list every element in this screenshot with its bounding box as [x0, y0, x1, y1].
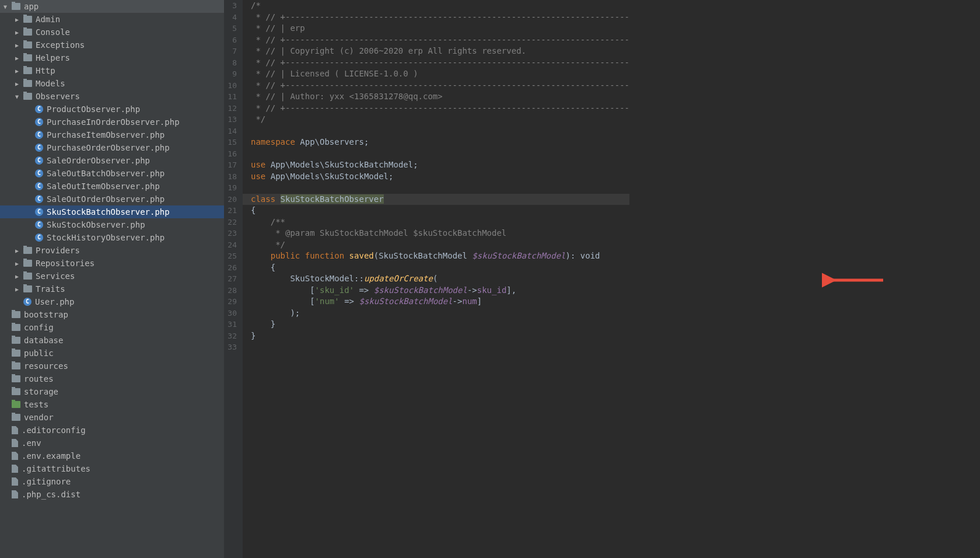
tree-item--env[interactable]: .env — [0, 437, 224, 449]
tree-item-database[interactable]: database — [0, 334, 224, 347]
code-line[interactable]: use App\Models\SkuStockBatchModel; — [251, 159, 629, 171]
line-number: 14 — [226, 125, 237, 137]
code-line[interactable]: } — [251, 319, 629, 330]
tree-item-public[interactable]: public — [0, 347, 224, 360]
tree-item-admin[interactable]: Admin — [0, 13, 224, 26]
project-sidebar[interactable]: appAdminConsoleExceptionsHelpersHttpMode… — [0, 0, 224, 558]
tree-item-resources[interactable]: resources — [0, 360, 224, 372]
tree-item-label: SaleOutItemObserver.php — [47, 182, 160, 191]
tree-item--gitattributes[interactable]: .gitattributes — [0, 462, 224, 475]
token-tk-comment: /** — [271, 217, 285, 226]
code-line[interactable]: } — [251, 330, 629, 342]
tree-item--php-cs-dist[interactable]: .php_cs.dist — [0, 488, 224, 501]
tree-arrow-icon[interactable] — [15, 16, 21, 23]
tree-arrow-icon[interactable] — [15, 68, 21, 74]
tree-arrow-icon[interactable] — [15, 29, 21, 36]
tree-item-productobserver-php[interactable]: ProductObserver.php — [0, 103, 224, 116]
tree-item-bootstrap[interactable]: bootstrap — [0, 308, 224, 321]
tree-item-helpers[interactable]: Helpers — [0, 51, 224, 64]
code-line[interactable]: * @param SkuStockBatchModel $skuStockBat… — [251, 228, 629, 239]
tree-item-app[interactable]: app — [0, 0, 224, 13]
tree-item-label: bootstrap — [24, 310, 68, 319]
tree-item--env-example[interactable]: .env.example — [0, 449, 224, 462]
code-line[interactable]: * // | Author: yxx <1365831278@qq.com> — [251, 91, 629, 103]
token-tk-type: void — [580, 251, 600, 260]
file-icon — [12, 465, 18, 473]
code-line[interactable]: SkuStockModel::updateOrCreate( — [251, 273, 629, 285]
tree-arrow-icon[interactable] — [4, 4, 9, 10]
code-line[interactable]: ); — [251, 308, 629, 319]
tree-item-purchaseorderobserver-php[interactable]: PurchaseOrderObserver.php — [0, 141, 224, 154]
token-tk-comment: * // +----------------------------------… — [251, 58, 629, 67]
tree-item-repositories[interactable]: Repositories — [0, 257, 224, 270]
code-line[interactable] — [251, 182, 629, 194]
editor-code[interactable]: /* * // +-------------------------------… — [243, 0, 629, 558]
token-tk-var: $skuStockBatchModel — [374, 285, 467, 295]
tree-item-label: PurchaseOrderObserver.php — [47, 143, 170, 152]
code-line[interactable]: public function saved(SkuStockBatchModel… — [251, 250, 629, 262]
code-line[interactable] — [251, 148, 629, 160]
tree-item-purchaseitemobserver-php[interactable]: PurchaseItemObserver.php — [0, 128, 224, 141]
code-line[interactable]: * // +----------------------------------… — [251, 12, 629, 23]
code-line[interactable]: use App\Models\SkuStockModel; — [251, 171, 629, 183]
tree-item-routes[interactable]: routes — [0, 372, 224, 385]
tree-item-exceptions[interactable]: Exceptions — [0, 39, 224, 51]
tree-item-tests[interactable]: tests — [0, 398, 224, 411]
tree-item-saleorderobserver-php[interactable]: SaleOrderObserver.php — [0, 154, 224, 167]
tree-item-config[interactable]: config — [0, 321, 224, 334]
tree-arrow-icon[interactable] — [15, 286, 21, 292]
code-line[interactable]: * // | erp — [251, 23, 629, 34]
code-line[interactable] — [251, 341, 629, 353]
line-number: 6 — [226, 34, 237, 46]
code-line[interactable]: * // +----------------------------------… — [251, 80, 629, 92]
tree-item-services[interactable]: Services — [0, 270, 224, 283]
tree-item-skustockobserver-php[interactable]: SkuStockObserver.php — [0, 218, 224, 231]
tree-item-label: Traits — [36, 284, 65, 294]
tree-arrow-icon[interactable] — [15, 260, 21, 267]
tree-arrow-icon[interactable] — [15, 93, 21, 100]
tree-item-saleoutitemobserver-php[interactable]: SaleOutItemObserver.php — [0, 180, 224, 193]
code-line[interactable]: { — [251, 205, 629, 217]
tree-arrow-icon[interactable] — [15, 42, 21, 48]
class-icon — [35, 195, 43, 203]
code-line[interactable]: * // +----------------------------------… — [251, 57, 629, 69]
tree-item-storage[interactable]: storage — [0, 385, 224, 398]
code-editor[interactable]: 3456789101112131415161718192021222324252… — [224, 0, 980, 558]
tree-arrow-icon[interactable] — [15, 55, 21, 61]
code-line[interactable]: namespace App\Observers; — [251, 137, 629, 148]
tree-item-skustockbatchobserver-php[interactable]: SkuStockBatchObserver.php — [0, 205, 224, 218]
tree-item-purchaseinorderobserver-php[interactable]: PurchaseInOrderObserver.php — [0, 116, 224, 128]
code-line[interactable]: { — [251, 262, 629, 274]
code-line[interactable] — [251, 125, 629, 137]
code-line[interactable]: ['sku_id' => $skuStockBatchModel->sku_id… — [251, 285, 629, 297]
code-line[interactable]: */ — [251, 114, 629, 125]
tree-item-providers[interactable]: Providers — [0, 244, 224, 257]
code-line[interactable]: * // | Copyright (c) 2006~2020 erp All r… — [251, 46, 629, 57]
tree-item-traits[interactable]: Traits — [0, 283, 224, 295]
tree-item-observers[interactable]: Observers — [0, 90, 224, 103]
tree-item-stockhistoryobserver-php[interactable]: StockHistoryObserver.php — [0, 231, 224, 244]
token-tk-keyword: namespace — [251, 137, 295, 147]
tree-item--editorconfig[interactable]: .editorconfig — [0, 424, 224, 437]
tree-arrow-icon[interactable] — [15, 81, 21, 87]
tree-arrow-icon[interactable] — [15, 247, 21, 254]
token-tk-punc: } — [251, 319, 275, 329]
tree-item-vendor[interactable]: vendor — [0, 411, 224, 424]
tree-item-saleoutorderobserver-php[interactable]: SaleOutOrderObserver.php — [0, 193, 224, 205]
code-line[interactable]: /** — [251, 217, 629, 228]
code-line[interactable]: * // +----------------------------------… — [251, 103, 629, 114]
tree-item-saleoutbatchobserver-php[interactable]: SaleOutBatchObserver.php — [0, 167, 224, 180]
code-line[interactable]: * // | Licensed ( LICENSE-1.0.0 ) — [251, 68, 629, 80]
tree-arrow-icon[interactable] — [15, 273, 21, 280]
tree-item--gitignore[interactable]: .gitignore — [0, 475, 224, 488]
code-line[interactable]: ['num' => $skuStockBatchModel->num] — [251, 296, 629, 308]
tree-item-user-php[interactable]: User.php — [0, 295, 224, 308]
tree-item-console[interactable]: Console — [0, 26, 224, 39]
code-line[interactable]: */ — [251, 239, 629, 251]
tree-item-models[interactable]: Models — [0, 77, 224, 90]
line-number: 8 — [226, 57, 237, 69]
tree-item-http[interactable]: Http — [0, 64, 224, 77]
code-line[interactable]: /* — [251, 0, 629, 12]
class-icon — [35, 169, 43, 177]
code-line[interactable]: * // +----------------------------------… — [251, 34, 629, 46]
